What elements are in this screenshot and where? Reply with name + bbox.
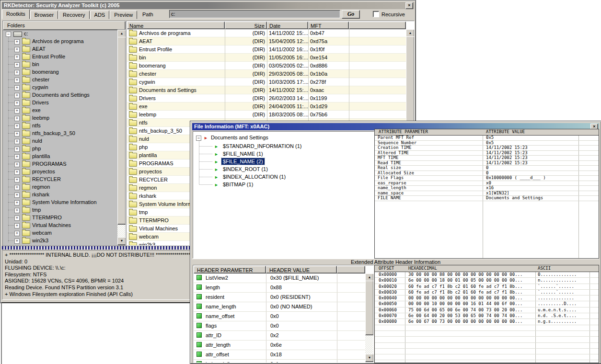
- plus-box-icon[interactable]: +: [14, 78, 20, 83]
- folders-header[interactable]: Folders: [3, 21, 126, 30]
- plus-box-icon[interactable]: +: [14, 131, 20, 136]
- tab-preview[interactable]: Preview: [110, 11, 137, 19]
- tree-item[interactable]: +leebmp: [3, 114, 117, 122]
- plus-box-icon[interactable]: +: [14, 147, 20, 152]
- tree-item[interactable]: +ntfs_backup_3_50: [3, 129, 117, 137]
- scrollbar-thumb[interactable]: [117, 37, 126, 225]
- table-row[interactable]: exe(DIR)24/04/2005 11:...0x1d29: [127, 102, 406, 111]
- tree-item[interactable]: +boomerang: [3, 68, 117, 76]
- table-row[interactable]: AEAT(DIR)15/04/2005 12:...0xd75a: [127, 37, 406, 46]
- tree-item[interactable]: +win2k3: [3, 237, 117, 244]
- tab-ads[interactable]: ADS: [90, 11, 110, 19]
- table-row[interactable]: Creation TIME14/11/2002 15:23: [375, 146, 599, 151]
- tree-item[interactable]: +Drivers: [3, 99, 117, 106]
- table-row[interactable]: Archivos de programa(DIR)14/11/2002 15:.…: [127, 29, 406, 37]
- table-row[interactable]: boomerang(DIR)03/05/2005 02:...0xd886: [127, 62, 406, 70]
- hex-row[interactable]: 0x0000030 00 00 00 88 00 00 00 00 00 00 …: [375, 272, 599, 278]
- table-row[interactable]: cygwin(DIR)10/03/2005 17:...0x278f: [127, 78, 406, 86]
- column-header-size[interactable]: Size: [225, 22, 267, 29]
- plus-box-icon[interactable]: +: [14, 70, 20, 75]
- plus-box-icon[interactable]: +: [14, 185, 20, 190]
- hex-row[interactable]: 0x000806e 00 67 00 73 00 00 00 00 00 00 …: [375, 319, 599, 325]
- plus-box-icon[interactable]: +: [14, 239, 20, 244]
- tree-item[interactable]: +Entrust Profile: [3, 53, 117, 60]
- plus-box-icon[interactable]: +: [14, 116, 20, 121]
- plus-box-icon[interactable]: +: [14, 93, 20, 98]
- table-row[interactable]: chester(DIR)29/03/2005 08:...0x1b0a: [127, 70, 406, 78]
- hex-row[interactable]: 0x0005000 00 00 10 00 00 00 00 16 01 44 …: [375, 301, 599, 307]
- table-row[interactable]: attr_length0x6e: [194, 341, 365, 350]
- table-row[interactable]: Parent MFT Ref0x5: [375, 136, 599, 141]
- column-header-empty[interactable]: [349, 22, 406, 29]
- tab-browser[interactable]: Browser: [30, 11, 58, 19]
- tree-item[interactable]: +exe: [3, 106, 117, 114]
- table-row[interactable]: indexed_flag0x1: [194, 360, 365, 363]
- plus-box-icon[interactable]: +: [14, 55, 20, 60]
- tree-item[interactable]: ►$FILE_NAME (2): [193, 158, 374, 165]
- tree-item[interactable]: +ntfs: [3, 122, 117, 129]
- folders-scrollbar[interactable]: ▲ ▼: [117, 30, 125, 245]
- minus-box-icon[interactable]: −: [196, 136, 201, 141]
- tree-item[interactable]: ►$BITMAP (1): [193, 181, 374, 188]
- table-row[interactable]: name_lengthx16: [375, 186, 599, 191]
- hex-row[interactable]: 0x0003060 fe ad c7 f1 8b c2 01 60 fe ad …: [375, 290, 599, 296]
- tree-item[interactable]: ►$INDEX_ROOT (1): [193, 165, 374, 173]
- tree-item-root[interactable]: −►Documents and Settings: [193, 132, 374, 142]
- table-row[interactable]: resident0x0 (RESIDENT): [194, 293, 365, 302]
- tree-item[interactable]: +AEAT: [3, 45, 117, 53]
- tree-item[interactable]: +cygwin: [3, 83, 117, 91]
- table-row[interactable]: attr_ID0x2: [194, 331, 365, 341]
- header-empty-header[interactable]: [337, 266, 365, 273]
- header-table-scrollbar[interactable]: ▲ ▼: [365, 273, 373, 362]
- table-row[interactable]: Real size0: [375, 166, 599, 171]
- plus-box-icon[interactable]: +: [14, 124, 20, 129]
- hex-row[interactable]: 0x000106e 00 00 00 18 00 01 00 05 00 00 …: [375, 278, 599, 284]
- plus-box-icon[interactable]: +: [14, 154, 20, 159]
- table-row[interactable]: Documents and Settings(DIR)14/11/2002 15…: [127, 86, 406, 94]
- plus-box-icon[interactable]: +: [14, 162, 20, 167]
- close-icon[interactable]: ×: [405, 2, 413, 9]
- plus-box-icon[interactable]: +: [14, 208, 20, 213]
- tree-item[interactable]: +TTERMPRO: [3, 214, 117, 221]
- main-titlebar[interactable]: RKDetector: Security Analyzer Toolkit (c…: [2, 2, 414, 9]
- plus-box-icon[interactable]: +: [14, 39, 20, 45]
- recursive-checkbox[interactable]: [373, 11, 379, 17]
- table-row[interactable]: Drivers(DIR)26/02/2003 14:...0x1199: [127, 94, 406, 102]
- tree-item[interactable]: +webcam: [3, 229, 117, 237]
- scroll-down-icon[interactable]: ▼: [365, 354, 374, 362]
- tree-item[interactable]: +nuld: [3, 137, 117, 145]
- table-row[interactable]: length0x88: [194, 283, 365, 293]
- table-row[interactable]: Entrust Profile(DIR)14/11/2002 16:...0x1…: [127, 46, 406, 54]
- tree-item[interactable]: ►$INDEX_ALLOCATION (1): [193, 173, 374, 181]
- table-row[interactable]: leebmp(DIR)18/03/2005 08:...0x75b6: [127, 111, 406, 119]
- tree-item[interactable]: +tmp: [3, 206, 117, 214]
- table-row[interactable]: FILE NAMEDocuments and Settings: [375, 196, 599, 201]
- table-row[interactable]: bin(DIR)11/05/2005 16:...0xe154: [127, 54, 406, 62]
- plus-box-icon[interactable]: +: [14, 139, 20, 144]
- tab-rootkits[interactable]: Rootkits: [2, 9, 30, 19]
- tree-item[interactable]: +Virtual Machines: [3, 221, 117, 229]
- tree-item[interactable]: +php: [3, 145, 117, 152]
- hex-row[interactable]: 0x0006075 00 6d 00 65 00 6e 00 74 00 73 …: [375, 307, 599, 313]
- scrollbar-thumb[interactable]: [365, 281, 374, 335]
- scroll-down-icon[interactable]: ▼: [117, 237, 126, 245]
- tree-item[interactable]: +PROGRAMAS: [3, 160, 117, 168]
- table-row[interactable]: ListView20x30 ($FILE_NAME): [194, 273, 365, 283]
- header-value-header[interactable]: HEADER VALUE: [266, 266, 337, 273]
- tree-item[interactable]: +proyectos: [3, 168, 117, 175]
- table-row[interactable]: flags0x0: [194, 321, 365, 331]
- tab-recovery[interactable]: Recovery: [58, 11, 89, 19]
- column-header-mft[interactable]: MFT: [308, 22, 349, 29]
- tree-item[interactable]: +Archivos de programa: [3, 37, 117, 45]
- table-row[interactable]: File Flags0x10000000 ( ____d___ ): [375, 176, 599, 181]
- hex-row[interactable]: 0x0004000 00 00 00 00 00 00 00 00 00 00 …: [375, 296, 599, 301]
- plus-box-icon[interactable]: +: [14, 223, 20, 228]
- table-row[interactable]: attr_offset0x18: [194, 350, 365, 360]
- table-row[interactable]: name_offset0x0: [194, 312, 365, 321]
- column-header-name[interactable]: Name: [127, 22, 225, 29]
- tree-item[interactable]: ►$STANDARD_INFORMATION (1): [193, 142, 374, 150]
- plus-box-icon[interactable]: +: [14, 170, 20, 175]
- header-param-header[interactable]: HEADER PARAMETER: [194, 266, 266, 273]
- column-header-date[interactable]: Date: [267, 22, 308, 29]
- tree-item[interactable]: +plantilla: [3, 152, 117, 160]
